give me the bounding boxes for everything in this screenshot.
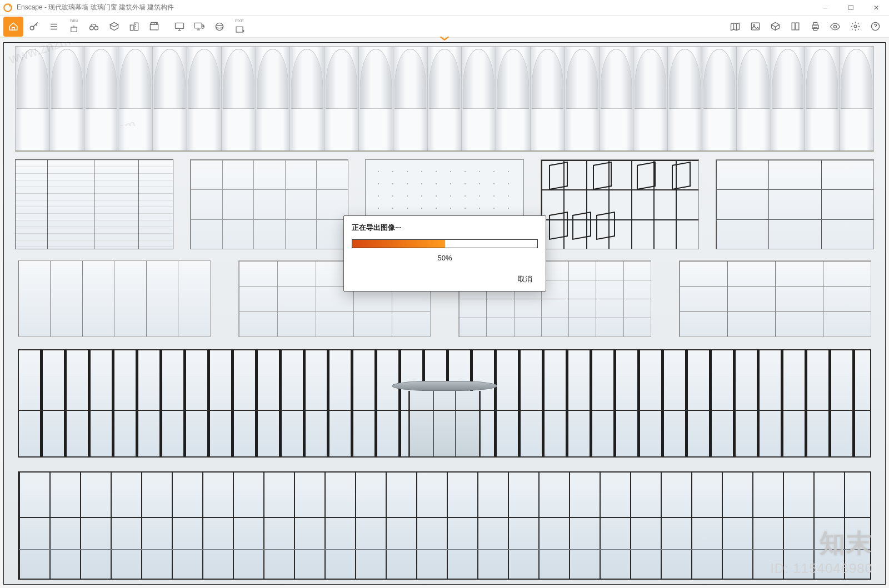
maximize-button[interactable]: ☐ xyxy=(838,0,863,16)
export-progress-dialog: 正在导出图像··· 50% 取消 xyxy=(343,215,546,292)
svg-rect-18 xyxy=(813,28,817,31)
app-logo xyxy=(0,0,16,16)
svg-rect-9 xyxy=(176,23,184,28)
arch-module xyxy=(359,47,393,150)
revolving-door xyxy=(408,391,481,456)
panel-grid-3x3 xyxy=(716,159,874,249)
home-icon xyxy=(8,22,18,32)
library-button[interactable] xyxy=(786,17,805,36)
svg-rect-8 xyxy=(150,24,158,30)
help-icon xyxy=(870,21,881,32)
cancel-button[interactable]: 取消 xyxy=(512,272,538,287)
arch-module xyxy=(50,47,84,150)
svg-rect-17 xyxy=(813,22,817,25)
search-view-button[interactable] xyxy=(84,17,103,36)
exe-export-icon xyxy=(234,24,244,34)
close-icon: ✕ xyxy=(873,4,879,12)
buildings-icon xyxy=(129,21,139,32)
svg-point-20 xyxy=(854,25,857,28)
help-button[interactable] xyxy=(866,17,885,36)
bim-label: BIM xyxy=(70,18,78,23)
arch-module xyxy=(462,47,496,150)
svg-rect-6 xyxy=(130,25,133,31)
bim-button[interactable]: BIM xyxy=(64,17,83,36)
panorama-button[interactable] xyxy=(210,17,229,36)
window-controls: – ☐ ✕ xyxy=(812,0,889,16)
printer-icon xyxy=(810,21,821,32)
svg-point-2 xyxy=(30,26,34,30)
key-icon xyxy=(28,21,39,32)
arch-module xyxy=(531,47,565,150)
arch-module xyxy=(702,47,737,150)
render-viewport[interactable]: www.znzmo.com 知末 ID: 1154046980 xyxy=(3,42,886,585)
arch-module xyxy=(187,47,222,150)
image-icon xyxy=(750,21,761,32)
exe-label: EXE xyxy=(235,18,244,23)
exe-export-button[interactable]: EXE xyxy=(230,17,249,36)
plan-icon xyxy=(109,21,119,32)
arch-module xyxy=(256,47,291,150)
image-button[interactable] xyxy=(746,17,765,36)
minimize-icon: – xyxy=(823,4,827,12)
expand-toolbar-chevron[interactable] xyxy=(438,34,451,42)
arch-module xyxy=(16,47,50,150)
svg-rect-3 xyxy=(71,27,77,32)
sphere-360-icon xyxy=(214,21,225,32)
arch-module xyxy=(393,47,428,150)
map-icon xyxy=(730,21,741,32)
progress-bar-fill xyxy=(352,240,445,248)
arch-module xyxy=(324,47,359,150)
svg-point-1 xyxy=(9,4,11,6)
dialog-title: 正在导出图像··· xyxy=(352,223,538,233)
document-title: 现代玻璃幕墙 玻璃门窗 建筑外墙 建筑构件 xyxy=(48,3,174,11)
arch-module xyxy=(668,47,702,150)
maximize-icon: ☐ xyxy=(848,4,854,12)
panel-grid-5x3 xyxy=(190,159,348,249)
binoculars-icon xyxy=(88,21,99,32)
arch-module xyxy=(737,47,771,150)
screenshot-button[interactable] xyxy=(170,17,189,36)
panel-louvers xyxy=(15,159,173,249)
svg-point-4 xyxy=(90,26,94,30)
title-separator: - xyxy=(43,3,49,11)
book-icon xyxy=(790,21,801,32)
arch-module xyxy=(84,47,119,150)
arch-module xyxy=(600,47,634,150)
eye-icon xyxy=(830,21,841,32)
progress-bar xyxy=(352,239,538,248)
facade-storefront xyxy=(18,349,871,458)
arch-module xyxy=(222,47,256,150)
app-name: Enscape xyxy=(17,3,43,11)
screenshot-sync-button[interactable] xyxy=(190,17,209,36)
plan-button[interactable] xyxy=(104,17,123,36)
arch-module xyxy=(118,47,153,150)
arch-module xyxy=(428,47,462,150)
gear-icon xyxy=(850,21,861,32)
view-button[interactable] xyxy=(826,17,845,36)
map-button[interactable] xyxy=(726,17,745,36)
close-button[interactable]: ✕ xyxy=(863,0,889,16)
svg-rect-7 xyxy=(134,23,138,30)
clapperboard-icon xyxy=(149,21,159,32)
assets-button[interactable] xyxy=(766,17,785,36)
panel-window-frames xyxy=(541,159,699,249)
menu-button[interactable] xyxy=(44,17,63,36)
facade-row-arches xyxy=(15,46,874,152)
svg-rect-13 xyxy=(236,27,243,32)
minimize-button[interactable]: – xyxy=(812,0,838,16)
svg-point-19 xyxy=(834,25,837,28)
settings-button[interactable] xyxy=(846,17,865,36)
svg-point-12 xyxy=(216,25,223,28)
arch-module xyxy=(771,47,806,150)
panel-vertical-fins xyxy=(18,260,211,337)
license-button[interactable] xyxy=(24,17,43,36)
svg-point-11 xyxy=(216,23,223,30)
buildings-button[interactable] xyxy=(124,17,143,36)
video-button[interactable] xyxy=(144,17,163,36)
print-button[interactable] xyxy=(806,17,825,36)
monitor-sync-icon xyxy=(193,21,206,32)
facade-curtainwall xyxy=(18,471,871,580)
revolving-door-canopy xyxy=(392,381,497,391)
home-button[interactable] xyxy=(3,17,23,37)
arch-module xyxy=(290,47,324,150)
